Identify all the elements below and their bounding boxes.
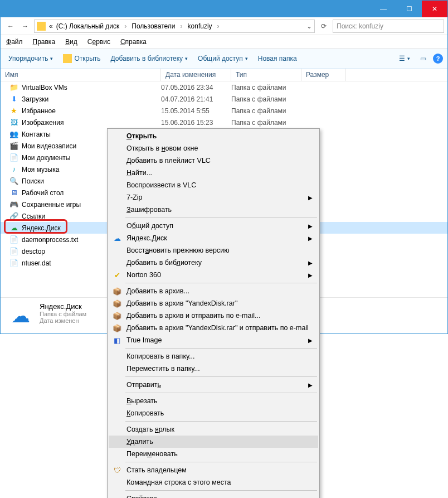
file-icon: 📄 [9, 235, 18, 244]
header-date[interactable]: Дата изменения [161, 69, 231, 81]
search-placeholder: Поиск: konfuziy [337, 22, 383, 30]
context-menu-item[interactable]: Восстановить прежнюю версию [109, 244, 318, 257]
minimize-button[interactable]: — [371, 1, 396, 17]
back-button[interactable]: ← [4, 20, 17, 33]
file-icon: 🎮 [9, 200, 18, 209]
file-row[interactable]: ★Избранное15.05.2014 5:55Папка с файлами [1, 105, 447, 117]
chevron-down-icon[interactable]: ⌄ [306, 22, 312, 30]
file-type: Папка с файлами [231, 84, 309, 91]
titlebar: — ☐ ✕ [1, 1, 447, 17]
details-title: Яндекс.Диск [40, 302, 86, 311]
file-type: Папка с файлами [231, 95, 309, 103]
menu-item-icon: 📦 [112, 298, 122, 308]
context-menu-item[interactable]: 📦Добавить в архив и отправить по e-mail.… [109, 310, 318, 322]
menubar: Файл Правка Вид Сервис Справка [1, 35, 447, 49]
menu-help[interactable]: Справка [120, 38, 147, 46]
context-menu-item[interactable]: 📦Добавить в архив "YandexDisk.rar" [109, 297, 318, 310]
details-type: Папка с файлам [40, 311, 86, 317]
share-button[interactable]: Общий доступ▾ [194, 53, 251, 64]
context-menu-item[interactable]: Открыть [109, 130, 318, 142]
menu-item-label: Добавить в архив "YandexDisk.rar" и отпр… [126, 324, 309, 332]
context-menu-item[interactable]: 7-Zip▶ [109, 191, 318, 204]
view-mode-button[interactable]: ☰▾ [396, 53, 413, 64]
menu-item-icon: ✔ [112, 270, 122, 280]
column-headers: Имя Дата изменения Тип Размер [1, 69, 447, 81]
context-menu-item[interactable]: Добавить в плейлист VLC [109, 154, 318, 167]
file-icon: 📄 [9, 153, 18, 162]
organize-button[interactable]: Упорядочить▾ [5, 53, 56, 64]
add-library-button[interactable]: Добавить в библиотеку▾ [108, 53, 192, 64]
context-menu-item[interactable]: Открыть в новом окне [109, 142, 318, 154]
breadcrumb-crumb-0[interactable]: (C:) Локальный диск [56, 22, 120, 30]
close-button[interactable]: ✕ [422, 1, 447, 17]
menu-file[interactable]: Файл [6, 38, 23, 46]
file-row[interactable]: 🖼Изображения15.06.2016 15:23Папка с файл… [1, 117, 447, 128]
menu-item-label: Найти... [126, 169, 152, 177]
file-icon: 📄 [9, 247, 18, 256]
preview-pane-button[interactable]: ▭ [417, 53, 430, 64]
file-name: Избранное [22, 107, 161, 115]
file-icon: ⬇ [9, 95, 18, 104]
file-icon: ☁ [9, 224, 18, 233]
menu-tools[interactable]: Сервис [87, 38, 110, 46]
refresh-button[interactable]: ⟳ [317, 20, 330, 33]
menu-item-label: 7-Zip [126, 194, 142, 201]
menu-item-icon: 📦 [112, 323, 122, 333]
file-date: 15.05.2014 5:55 [161, 107, 231, 115]
file-name: Загрузки [22, 95, 161, 103]
header-name[interactable]: Имя [1, 69, 161, 81]
menu-item-label: Добавить в плейлист VLC [126, 157, 211, 165]
context-menu-item[interactable]: ☁Яндекс.Диск▶ [109, 232, 318, 244]
chevron-right-icon: ▶ [308, 272, 313, 278]
file-icon: 🎬 [9, 142, 18, 151]
menu-item-label: Добавить в архив "YandexDisk.rar" [126, 299, 237, 307]
file-icon: 🔗 [9, 212, 18, 221]
menu-item-icon: 📦 [112, 311, 122, 321]
menu-edit[interactable]: Правка [33, 38, 56, 46]
menu-item-label: Добавить в архив и отправить по e-mail..… [126, 312, 260, 320]
context-menu-item[interactable]: Зашифровать [109, 204, 318, 216]
file-type: Папка с файлами [231, 119, 309, 127]
chevron-right-icon: ▶ [308, 260, 313, 266]
file-date: 07.05.2016 23:34 [161, 84, 231, 91]
toolbar: Упорядочить▾ Открыть Добавить в библиоте… [1, 49, 447, 69]
chevron-right-icon: › [181, 22, 183, 30]
file-row[interactable]: 📁VirtualBox VMs07.05.2016 23:34Папка с ф… [1, 81, 447, 93]
breadcrumb[interactable]: « (C:) Локальный диск › Пользователи › k… [34, 20, 315, 33]
chevron-right-icon: › [217, 22, 220, 30]
header-size[interactable]: Размер [301, 69, 346, 81]
file-row[interactable]: ⬇Загрузки04.07.2016 21:41Папка с файлами [1, 93, 447, 105]
context-menu-item[interactable]: Общий доступ▶ [109, 220, 318, 232]
search-input[interactable]: Поиск: konfuziy [333, 20, 444, 33]
menu-item-label: Воспроизвести в VLC [126, 181, 196, 189]
menu-item-label: Открыть [126, 132, 157, 140]
menu-item-icon: 📦 [112, 286, 122, 296]
chevron-right-icon: ▶ [308, 235, 313, 241]
file-icon: ♪ [9, 165, 18, 174]
context-menu-item[interactable]: Добавить в библиотеку▶ [109, 257, 318, 269]
context-menu-item[interactable]: Найти... [109, 167, 318, 179]
menu-separator [125, 217, 317, 218]
file-name: Изображения [22, 119, 161, 127]
menu-separator [125, 283, 317, 283]
file-icon: 🖼 [9, 118, 18, 127]
context-menu-item[interactable]: 📦Добавить в архив "YandexDisk.rar" и отп… [109, 322, 318, 334]
breadcrumb-crumb-2[interactable]: konfuziy [188, 22, 212, 30]
menu-item-label: Norton 360 [126, 271, 161, 279]
file-icon: 🔍 [9, 177, 18, 186]
context-menu-item[interactable]: ✔Norton 360▶ [109, 269, 318, 281]
forward-button[interactable]: → [18, 20, 32, 33]
menu-item-label: Добавить в библиотеку [126, 259, 202, 267]
menu-view[interactable]: Вид [65, 38, 77, 46]
header-type[interactable]: Тип [231, 69, 301, 81]
maximize-button[interactable]: ☐ [396, 1, 422, 17]
context-menu: ОткрытьОткрыть в новом окнеДобавить в пл… [107, 128, 320, 334]
breadcrumb-crumb-1[interactable]: Пользователи [132, 22, 175, 30]
open-button[interactable]: Открыть [60, 52, 104, 65]
chevron-right-icon: ▶ [308, 195, 313, 201]
context-menu-item[interactable]: 📦Добавить в архив... [109, 285, 318, 297]
file-icon: 📁 [9, 83, 18, 92]
new-folder-button[interactable]: Новая папка [255, 53, 300, 64]
help-icon[interactable]: ? [433, 54, 443, 64]
context-menu-item[interactable]: Воспроизвести в VLC [109, 179, 318, 191]
